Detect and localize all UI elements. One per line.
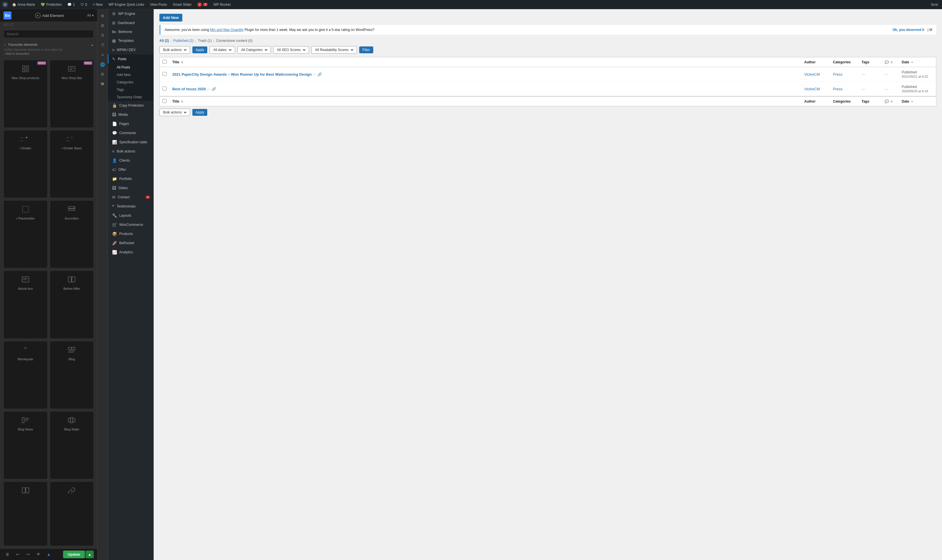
- side-add-icon[interactable]: ⊕: [99, 11, 107, 20]
- all-filter[interactable]: All ▾: [87, 14, 94, 17]
- all-seo-select[interactable]: All SEO Scores: [273, 46, 309, 54]
- notice-more[interactable]: M: [930, 28, 932, 32]
- sidebar-item-woocommerce[interactable]: 🛒 WooCommerce: [108, 220, 153, 229]
- undo-button[interactable]: ↩: [14, 550, 22, 558]
- sidebar-item-betheme[interactable]: Be Betheme: [108, 28, 153, 36]
- element-shop-title[interactable]: WOO Woo Shop title: [50, 60, 94, 128]
- sidebar-item-layouts[interactable]: 🔧 Layouts: [108, 211, 153, 220]
- element-divider[interactable]: — ★ — • Divider: [3, 130, 48, 198]
- sidebar-item-wp-engine[interactable]: ⚙ WP Engine: [108, 9, 153, 18]
- element-blockquote[interactable]: " Blockquote: [3, 341, 48, 409]
- filter-button[interactable]: Filter: [359, 46, 373, 53]
- update-button[interactable]: Update: [63, 551, 85, 558]
- comments-header[interactable]: 💬 ⇅: [882, 57, 899, 67]
- element-article-box[interactable]: Article box: [3, 271, 48, 338]
- bulk-actions-dropdown-top[interactable]: Bulk actions: [162, 48, 188, 52]
- filter-tab-cornerstone[interactable]: Cornerstone content (0): [216, 38, 252, 43]
- element-shop-products[interactable]: WOO Woo Shop products: [3, 60, 48, 128]
- all-readability-select[interactable]: All Readability Scores: [311, 46, 357, 54]
- post-2-checkbox[interactable]: [163, 86, 166, 91]
- post-2-title-link[interactable]: Best of houzz 2020: [172, 87, 206, 91]
- element-before-after[interactable]: Before After: [50, 271, 94, 338]
- sidebar-item-templates[interactable]: ▦ Templates: [108, 36, 153, 45]
- admin-bar-smart-slider[interactable]: Smart Slider: [171, 3, 193, 6]
- sidebar-item-slides[interactable]: 🖼 Slides: [108, 183, 153, 192]
- admin-bar-spam[interactable]: 🗨 0: [79, 3, 89, 6]
- admin-bar-comments[interactable]: 💬 1: [66, 3, 77, 6]
- filter-tab-published[interactable]: Published (2): [173, 38, 194, 43]
- sidebar-item-analytics[interactable]: 📈 Analytics: [108, 248, 153, 257]
- element-blog-slider[interactable]: Blog Slider: [50, 411, 94, 479]
- sidebar-item-pages[interactable]: 📄 Pages: [108, 119, 153, 128]
- post-2-category-link[interactable]: Press: [833, 87, 842, 91]
- sidebar-item-offer[interactable]: 🏷 Offer: [108, 165, 153, 174]
- select-all-checkbox[interactable]: [163, 60, 166, 64]
- all-categories-dropdown[interactable]: All Categories: [240, 48, 268, 52]
- sidebar-subitem-tags[interactable]: Tags: [108, 86, 153, 94]
- all-readability-dropdown[interactable]: All Readability Scores: [314, 48, 354, 52]
- filter-tab-trash[interactable]: Trash (1): [198, 38, 212, 43]
- notice-plugin-link[interactable]: Min and Max Quantity: [210, 28, 244, 32]
- add-new-button[interactable]: Add New: [159, 14, 182, 22]
- collapse-favourites-icon[interactable]: ▲: [91, 43, 94, 46]
- all-dates-dropdown[interactable]: All dates: [212, 48, 232, 52]
- post-2-author-link[interactable]: VickieCM: [804, 87, 820, 91]
- title-header[interactable]: Title ⇅: [169, 57, 802, 67]
- bulk-actions-select-top[interactable]: Bulk actions: [159, 46, 190, 54]
- sidebar-item-comments[interactable]: 💬 Comments: [108, 128, 153, 138]
- element-placeholder[interactable]: • Placeholder: [3, 200, 48, 268]
- element-link[interactable]: [50, 482, 94, 546]
- date-footer-header[interactable]: Date ▼: [899, 96, 936, 106]
- filter-tab-all[interactable]: All (2): [159, 38, 169, 43]
- add-element-button[interactable]: + Add Element: [35, 12, 64, 18]
- element-col-2[interactable]: [3, 482, 48, 546]
- apply-button-bottom[interactable]: Apply: [192, 109, 207, 116]
- post-1-edit-icon[interactable]: 🔗: [317, 72, 322, 77]
- bulk-actions-dropdown-bottom[interactable]: Bulk actions: [162, 110, 188, 115]
- bulk-actions-select-bottom[interactable]: Bulk actions: [159, 109, 190, 116]
- side-wp-icon[interactable]: W: [99, 80, 107, 88]
- post-2-edit-icon[interactable]: 🔗: [212, 87, 216, 91]
- side-settings-icon[interactable]: ⚙: [99, 70, 107, 78]
- admin-bar-wp-engine[interactable]: WP Engine Quick Links: [107, 3, 146, 6]
- date-header[interactable]: Date ▼: [899, 57, 936, 67]
- all-seo-dropdown[interactable]: All SEO Scores: [276, 48, 306, 52]
- sidebar-item-contact[interactable]: ✉ Contact 1: [108, 192, 153, 202]
- redo-button[interactable]: ↪: [24, 550, 32, 558]
- admin-bar-wpmu[interactable]: V 2: [195, 2, 209, 7]
- sidebar-subitem-all-posts[interactable]: All Posts: [108, 64, 153, 71]
- element-divider-basic[interactable]: — • — • Divider Basic: [50, 130, 94, 198]
- sidebar-item-clients[interactable]: 👤 Clients: [108, 156, 153, 165]
- sidebar-item-bulk-actions[interactable]: ≡ Bulk actions: [108, 147, 153, 156]
- post-1-category-link[interactable]: Press: [833, 72, 842, 77]
- sidebar-item-dashboard[interactable]: ⊞ Dashboard: [108, 18, 153, 28]
- element-accordion[interactable]: Accordion: [50, 200, 94, 268]
- wp-logo[interactable]: W: [2, 2, 8, 8]
- sidebar-subitem-taxonomy-order[interactable]: Taxonomy Order: [108, 94, 153, 101]
- side-globe-icon[interactable]: 🌐: [99, 60, 107, 69]
- title-footer-header[interactable]: Title ⇅: [169, 96, 802, 106]
- post-1-author-link[interactable]: VickieCM: [804, 72, 820, 77]
- side-filter-icon[interactable]: ≡: [99, 51, 107, 59]
- desktop-icon[interactable]: 🖥: [3, 550, 11, 558]
- sidebar-item-posts[interactable]: ✎ Posts: [108, 54, 153, 64]
- side-grid-icon[interactable]: ⊞: [99, 21, 107, 30]
- select-all-checkbox-footer[interactable]: [163, 99, 166, 103]
- element-blog-news[interactable]: Blog News: [3, 411, 48, 479]
- admin-bar-scre[interactable]: Scre: [929, 3, 940, 6]
- sidebar-item-wpmu-dev[interactable]: ≡ WPMU DEV: [108, 45, 153, 54]
- sidebar-item-products[interactable]: 📦 Products: [108, 229, 153, 238]
- sidebar-item-portfolio[interactable]: 📁 Portfolio: [108, 174, 153, 183]
- admin-bar-protection[interactable]: 💚 Protection: [39, 3, 63, 6]
- comments-footer-header[interactable]: 💬 ⇅: [882, 96, 899, 106]
- side-history-icon[interactable]: ⏱: [99, 41, 107, 49]
- search-input[interactable]: [3, 30, 94, 38]
- eye-icon[interactable]: ▲: [45, 550, 53, 558]
- post-1-checkbox[interactable]: [163, 72, 166, 76]
- sidebar-item-berocket[interactable]: 🚀 BeRocket: [108, 238, 153, 248]
- sidebar-item-testimonials[interactable]: ❝ Testimonials: [108, 202, 153, 211]
- sidebar-item-copy-protection[interactable]: 🔒 Copy Protection: [108, 101, 153, 110]
- all-dates-select[interactable]: All dates: [209, 46, 235, 54]
- all-categories-select[interactable]: All Categories: [237, 46, 271, 54]
- sidebar-item-spec-table[interactable]: 📊 Specification table: [108, 138, 153, 147]
